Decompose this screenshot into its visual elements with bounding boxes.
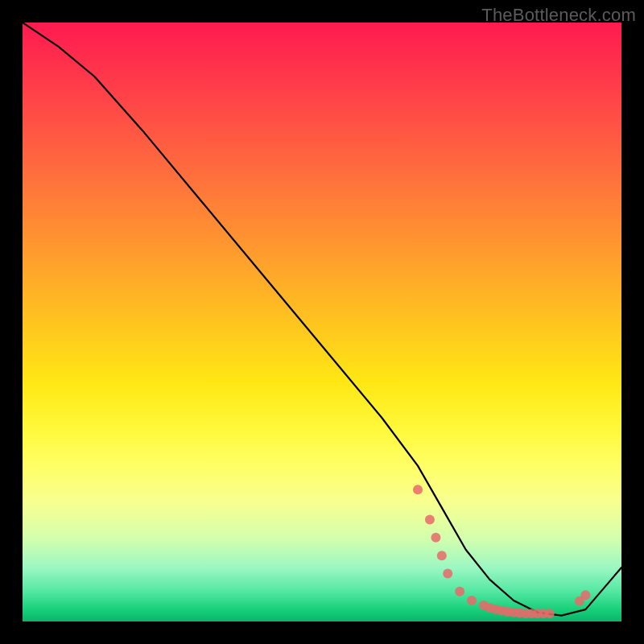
marker-point — [431, 533, 440, 543]
bottleneck-curve — [23, 23, 621, 616]
marker-point — [443, 569, 452, 579]
marker-point — [580, 590, 590, 600]
plot-area — [23, 23, 621, 621]
marker-point — [413, 485, 423, 494]
marker-point — [455, 587, 464, 597]
chart-frame: TheBottleneck.com — [0, 0, 644, 644]
marker-point — [467, 596, 477, 605]
marker-point — [425, 515, 435, 525]
curve-svg — [23, 23, 621, 621]
marker-point — [545, 609, 555, 618]
marker-point — [437, 551, 447, 560]
